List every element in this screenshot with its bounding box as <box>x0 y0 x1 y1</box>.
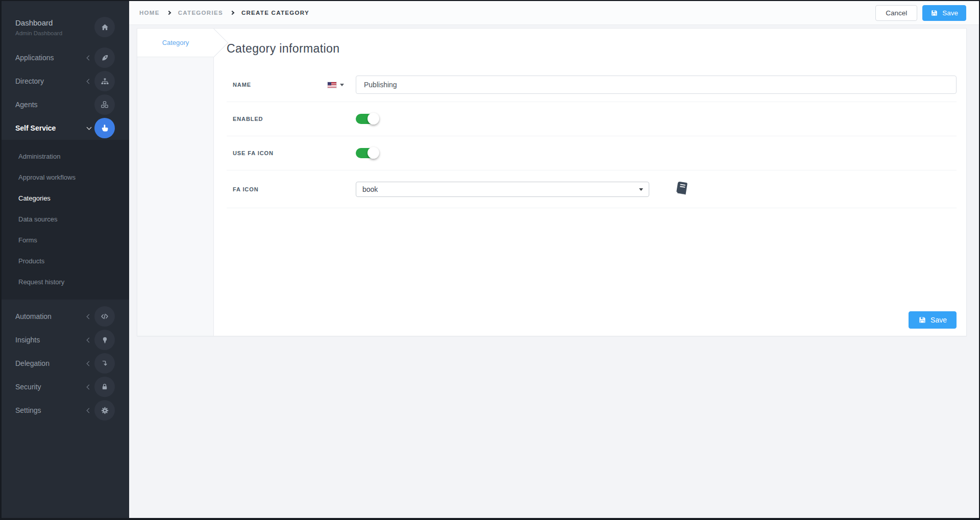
submenu-item-approval-workflows[interactable]: Approval workflows <box>2 167 129 188</box>
sidebar-item-label: Automation <box>15 312 83 320</box>
breadcrumb-categories[interactable]: CATEGORIES <box>178 10 223 16</box>
chevron-left-icon <box>83 338 94 342</box>
level-down-icon[interactable] <box>94 353 115 374</box>
form-footer: Save <box>227 311 957 332</box>
sidebar-item-dashboard[interactable]: Dashboard Admin Dashboard <box>2 11 129 43</box>
use-fa-icon-label: USE FA ICON <box>227 150 322 156</box>
save-button[interactable]: Save <box>922 5 966 21</box>
caret-down-icon[interactable] <box>340 84 344 86</box>
self-service-submenu: Administration Approval workflows Catego… <box>2 140 129 300</box>
save-button-label: Save <box>930 316 947 324</box>
chevron-left-icon <box>83 315 94 318</box>
dashboard-title: Dashboard <box>15 18 94 27</box>
chevron-left-icon <box>83 362 94 365</box>
save-button-label: Save <box>942 9 958 17</box>
chevron-right-icon <box>166 11 170 15</box>
sidebar-item-label: Directory <box>15 77 83 85</box>
floppy-disk-icon <box>930 9 938 17</box>
breadcrumb-current: CREATE CATEGORY <box>241 10 309 16</box>
sitemap-icon[interactable] <box>94 71 115 91</box>
top-bar: HOME CATEGORIES CREATE CATEGORY Cancel S… <box>129 1 979 25</box>
sidebar-item-applications[interactable]: Applications <box>2 46 129 69</box>
home-icon[interactable] <box>94 17 115 37</box>
chevron-left-icon <box>83 56 94 60</box>
category-form-panel: Category information NAME ENABLED <box>214 29 966 336</box>
sidebar: Dashboard Admin Dashboard Applications D… <box>2 1 129 518</box>
wizard-tab-column: Category <box>137 29 214 336</box>
sidebar-item-label: Self Service <box>15 124 83 132</box>
sidebar-item-insights[interactable]: Insights <box>2 328 129 352</box>
language-selector[interactable] <box>322 82 356 88</box>
sidebar-item-label: Insights <box>15 336 83 344</box>
fa-icon-select[interactable]: book <box>356 182 649 197</box>
sidebar-item-self-service[interactable]: Self Service <box>2 116 129 140</box>
tab-category[interactable]: Category <box>137 29 214 57</box>
submenu-item-forms[interactable]: Forms <box>2 230 129 251</box>
save-button-bottom[interactable]: Save <box>909 311 957 329</box>
sidebar-item-settings[interactable]: Settings <box>2 399 129 422</box>
sidebar-item-directory[interactable]: Directory <box>2 69 129 93</box>
use-fa-icon-toggle[interactable] <box>356 148 378 158</box>
sidebar-item-label: Delegation <box>15 359 83 367</box>
form-row-use-fa-icon: USE FA ICON <box>227 136 957 170</box>
header-actions: Cancel Save <box>875 5 966 21</box>
sidebar-item-agents[interactable]: Agents <box>2 93 129 116</box>
sidebar-item-delegation[interactable]: Delegation <box>2 352 129 375</box>
breadcrumb-home[interactable]: HOME <box>139 10 160 16</box>
app-window: Dashboard Admin Dashboard Applications D… <box>0 0 980 520</box>
name-input[interactable] <box>356 76 957 94</box>
lock-icon[interactable] <box>94 377 115 397</box>
main-area: HOME CATEGORIES CREATE CATEGORY Cancel S… <box>129 1 979 518</box>
tab-category-label: Category <box>162 39 189 46</box>
enabled-label: ENABLED <box>227 116 322 122</box>
sidebar-item-label: Agents <box>15 101 83 109</box>
chevron-left-icon <box>83 385 94 389</box>
sidebar-item-automation[interactable]: Automation <box>2 305 129 328</box>
submenu-item-categories[interactable]: Categories <box>2 188 129 209</box>
form-row-enabled: ENABLED <box>227 102 957 136</box>
tab-column-rest <box>137 57 213 336</box>
enabled-toggle[interactable] <box>356 114 378 124</box>
submenu-item-request-history[interactable]: Request history <box>2 271 129 292</box>
create-category-card: Category Category information NAME <box>137 28 967 336</box>
us-flag-icon[interactable] <box>328 82 336 88</box>
submenu-item-products[interactable]: Products <box>2 251 129 271</box>
chevron-right-icon <box>230 11 234 15</box>
page-title: Category information <box>227 42 957 56</box>
code-icon[interactable] <box>94 306 115 327</box>
lightbulb-icon[interactable] <box>94 330 115 350</box>
floppy-disk-icon <box>918 316 926 324</box>
cancel-button[interactable]: Cancel <box>875 5 917 21</box>
form-row-name: NAME <box>227 68 957 102</box>
name-label: NAME <box>227 82 322 88</box>
cubes-icon[interactable] <box>94 94 115 115</box>
chevron-left-icon <box>83 80 94 83</box>
book-preview-icon <box>675 181 689 197</box>
hand-pointer-icon[interactable] <box>94 118 115 138</box>
dashboard-text: Dashboard Admin Dashboard <box>15 18 94 36</box>
chevron-left-icon <box>83 409 94 412</box>
select-caret-icon <box>639 188 643 191</box>
sidebar-item-label: Settings <box>15 406 83 414</box>
page-content: Category Category information NAME <box>129 25 979 518</box>
sidebar-item-label: Applications <box>15 54 83 62</box>
rocket-icon[interactable] <box>94 47 115 68</box>
form-row-fa-icon: FA ICON book <box>227 170 957 208</box>
submenu-item-data-sources[interactable]: Data sources <box>2 209 129 230</box>
gear-icon[interactable] <box>94 400 115 420</box>
chevron-down-icon <box>83 127 94 129</box>
sidebar-item-label: Security <box>15 383 83 391</box>
fa-icon-label: FA ICON <box>227 186 322 192</box>
breadcrumb: HOME CATEGORIES CREATE CATEGORY <box>139 10 309 16</box>
sidebar-item-security[interactable]: Security <box>2 375 129 399</box>
dashboard-subtitle: Admin Dashboard <box>15 30 94 36</box>
fa-icon-select-value: book <box>362 185 378 193</box>
submenu-item-administration[interactable]: Administration <box>2 146 129 167</box>
